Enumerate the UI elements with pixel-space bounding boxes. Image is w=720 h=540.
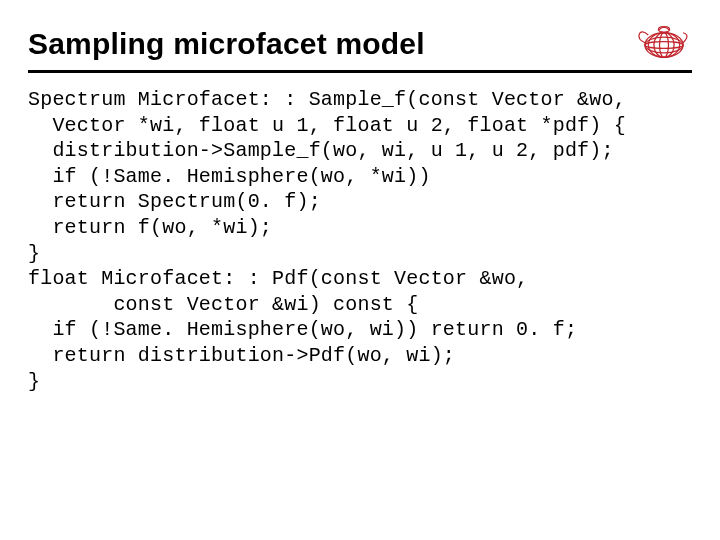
code-line: const Vector &wi) const { — [28, 293, 418, 316]
code-line: distribution->Sample_f(wo, wi, u 1, u 2,… — [28, 139, 614, 162]
svg-point-3 — [660, 33, 669, 58]
svg-point-4 — [645, 37, 683, 53]
code-line: float Microfacet: : Pdf(const Vector &wo… — [28, 267, 528, 290]
code-block: Spectrum Microfacet: : Sample_f(const Ve… — [28, 87, 692, 394]
code-line: return Spectrum(0. f); — [28, 190, 321, 213]
svg-point-2 — [654, 33, 674, 58]
code-line: if (!Same. Hemisphere(wo, *wi)) — [28, 165, 431, 188]
svg-point-5 — [645, 42, 683, 49]
code-line: Vector *wi, float u 1, float u 2, float … — [28, 114, 626, 137]
code-line: Spectrum Microfacet: : Sample_f(const Ve… — [28, 88, 626, 111]
slide: Sampling microfacet model Spectrum Mic — [0, 0, 720, 540]
code-line: } — [28, 242, 40, 265]
code-line: } — [28, 370, 40, 393]
svg-point-1 — [648, 33, 679, 58]
code-line: if (!Same. Hemisphere(wo, wi)) return 0.… — [28, 318, 577, 341]
header-rule — [28, 70, 692, 73]
teapot-icon — [636, 18, 692, 62]
code-line: return distribution->Pdf(wo, wi); — [28, 344, 455, 367]
slide-title: Sampling microfacet model — [28, 27, 425, 64]
code-line: return f(wo, *wi); — [28, 216, 272, 239]
slide-header: Sampling microfacet model — [28, 18, 692, 64]
svg-point-0 — [645, 33, 683, 58]
